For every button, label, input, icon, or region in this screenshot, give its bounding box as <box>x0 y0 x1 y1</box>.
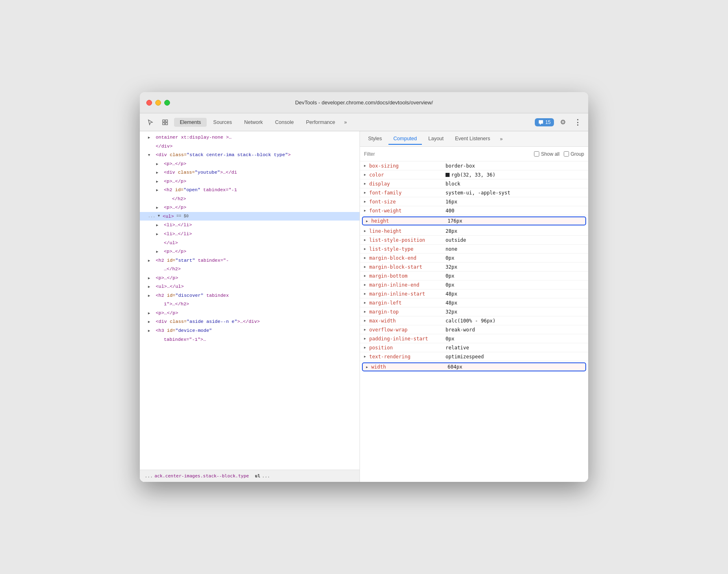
list-item[interactable]: <h2 id="discover" tabindex <box>140 291 360 300</box>
prop-width[interactable]: ▶ width 604px <box>362 362 586 371</box>
status-crumb-1[interactable]: ack.center-images.stack--block.type <box>154 473 249 479</box>
menu-icon[interactable]: ⋮ <box>572 117 583 128</box>
prop-margin-top[interactable]: ▶ margin-top 32px <box>360 307 588 316</box>
tab-console[interactable]: Console <box>269 118 300 127</box>
minimize-button[interactable] <box>155 100 161 106</box>
list-item[interactable]: <div class="youtube">…</di <box>140 168 360 177</box>
svg-rect-3 <box>165 123 168 125</box>
prop-value: rgb(32, 33, 36) <box>446 172 584 178</box>
prop-text-rendering[interactable]: ▶ text-rendering optimizespeed <box>360 352 588 361</box>
computed-properties-list[interactable]: ▶ box-sizing border-box ▶ color rgb(32, … <box>360 161 588 482</box>
group-checkbox-label[interactable]: Group <box>564 151 584 157</box>
show-all-checkbox-label[interactable]: Show all <box>534 151 559 157</box>
selected-element-row[interactable]: ... <ul> == $0 <box>140 212 360 221</box>
prop-name: ▶ box-sizing <box>364 163 446 169</box>
close-button[interactable] <box>146 100 152 106</box>
filter-input[interactable] <box>364 151 530 157</box>
list-item[interactable]: tabindex="-1">… <box>140 335 360 344</box>
prop-padding-inline-start[interactable]: ▶ padding-inline-start 0px <box>360 334 588 343</box>
html-tag: <h2 <box>164 187 175 192</box>
list-item[interactable]: <li>…</li> <box>140 230 360 238</box>
list-item[interactable]: </h2> <box>140 194 360 203</box>
panel-more-tabs[interactable]: » <box>497 135 505 143</box>
spacer <box>148 144 153 150</box>
prop-margin-inline-end[interactable]: ▶ margin-inline-end 0px <box>360 280 588 289</box>
settings-icon[interactable]: ⚙ <box>557 117 569 128</box>
list-item[interactable]: <p>…</p> <box>140 203 360 212</box>
list-item[interactable]: <p>…</p> <box>140 274 360 283</box>
prop-position[interactable]: ▶ position relative <box>360 343 588 352</box>
list-item[interactable]: ontainer xt:display-none >… <box>140 133 360 142</box>
tab-layout[interactable]: Layout <box>424 133 449 145</box>
feedback-badge[interactable]: 15 <box>535 118 554 126</box>
show-all-checkbox[interactable] <box>534 151 539 157</box>
list-item[interactable]: <h2 id="open" tabindex="-1 <box>140 185 360 194</box>
triangle-icon <box>148 293 153 299</box>
list-item[interactable]: <h3 id="device-mode" <box>140 326 360 335</box>
prop-margin-inline-start[interactable]: ▶ margin-inline-start 48px <box>360 289 588 298</box>
list-item[interactable]: <ul>…</ul> <box>140 282 360 291</box>
triangle-icon <box>156 205 161 211</box>
prop-font-family[interactable]: ▶ font-family system-ui, -apple-syst <box>360 188 588 197</box>
html-tag: <li>…</li> <box>164 222 192 227</box>
prop-margin-left[interactable]: ▶ margin-left 48px <box>360 298 588 307</box>
prop-color[interactable]: ▶ color rgb(32, 33, 36) <box>360 170 588 179</box>
html-tag: <div <box>156 319 170 324</box>
prop-name: ▶ display <box>364 181 446 187</box>
html-attr-val: "aside aside--n e" <box>187 319 237 324</box>
prop-font-size[interactable]: ▶ font-size 16px <box>360 197 588 206</box>
list-item[interactable]: <p>…</p> <box>140 159 360 168</box>
triangle-icon <box>148 328 153 334</box>
maximize-button[interactable] <box>164 100 170 106</box>
tab-computed[interactable]: Computed <box>388 133 422 145</box>
list-item[interactable]: <h2 id="start" tabindex="- <box>140 256 360 265</box>
prop-line-height[interactable]: ▶ line-height 28px <box>360 227 588 236</box>
tab-event-listeners[interactable]: Event Listeners <box>450 133 495 145</box>
list-item[interactable]: <p>…</p> <box>140 309 360 318</box>
prop-height[interactable]: ▶ height 176px <box>362 216 586 225</box>
elements-tree[interactable]: ontainer xt:display-none >… </div> <div … <box>140 131 360 470</box>
prop-list-style-type[interactable]: ▶ list-style-type none <box>360 245 588 254</box>
tab-styles[interactable]: Styles <box>363 133 387 145</box>
html-attr: id= <box>167 258 176 263</box>
color-swatch[interactable] <box>446 173 450 177</box>
tab-elements[interactable]: Elements <box>174 118 207 127</box>
prop-value: 400 <box>446 208 584 214</box>
tab-network[interactable]: Network <box>238 118 269 127</box>
prop-margin-block-start[interactable]: ▶ margin-block-start 32px <box>360 263 588 272</box>
list-item[interactable]: 1">…</h2> <box>140 300 360 309</box>
prop-value: system-ui, -apple-syst <box>446 190 584 196</box>
list-item[interactable]: </ul> <box>140 238 360 247</box>
prop-display[interactable]: ▶ display block <box>360 179 588 188</box>
group-checkbox[interactable] <box>564 151 569 157</box>
list-item[interactable]: <div class="stack center-ima stack--bloc… <box>140 150 360 159</box>
prop-margin-bottom[interactable]: ▶ margin-bottom 0px <box>360 272 588 280</box>
list-item[interactable]: …</h2> <box>140 265 360 274</box>
triangle-icon <box>156 161 161 168</box>
list-item[interactable]: </div> <box>140 142 360 151</box>
html-attr-val: "discover" <box>175 293 203 298</box>
prop-box-sizing[interactable]: ▶ box-sizing border-box <box>360 161 588 170</box>
list-item[interactable]: <li>…</li> <box>140 221 360 230</box>
prop-list-style-position[interactable]: ▶ list-style-position outside <box>360 236 588 245</box>
prop-value: 0px <box>446 282 584 288</box>
traffic-lights <box>146 100 170 106</box>
more-tabs-icon[interactable]: » <box>342 119 349 126</box>
html-attr: id= <box>167 293 176 298</box>
prop-value: block <box>446 181 584 187</box>
prop-name: ▶ max-width <box>364 318 446 324</box>
list-item[interactable]: <p>…</p> <box>140 247 360 256</box>
cursor-icon[interactable] <box>145 117 156 128</box>
prop-value: break-word <box>446 327 584 333</box>
list-item[interactable]: <div class="aside aside--n e">…</div> <box>140 317 360 326</box>
status-crumb-2[interactable]: ul <box>255 473 260 479</box>
prop-overflow-wrap[interactable]: ▶ overflow-wrap break-word <box>360 325 588 334</box>
triangle-icon <box>156 188 161 194</box>
tab-performance[interactable]: Performance <box>300 118 341 127</box>
prop-max-width[interactable]: ▶ max-width calc(100% - 96px) <box>360 316 588 325</box>
prop-font-weight[interactable]: ▶ font-weight 400 <box>360 206 588 215</box>
prop-margin-block-end[interactable]: ▶ margin-block-end 0px <box>360 254 588 263</box>
list-item[interactable]: <p>…</p> <box>140 177 360 186</box>
inspect-icon[interactable] <box>159 117 171 128</box>
tab-sources[interactable]: Sources <box>207 118 238 127</box>
